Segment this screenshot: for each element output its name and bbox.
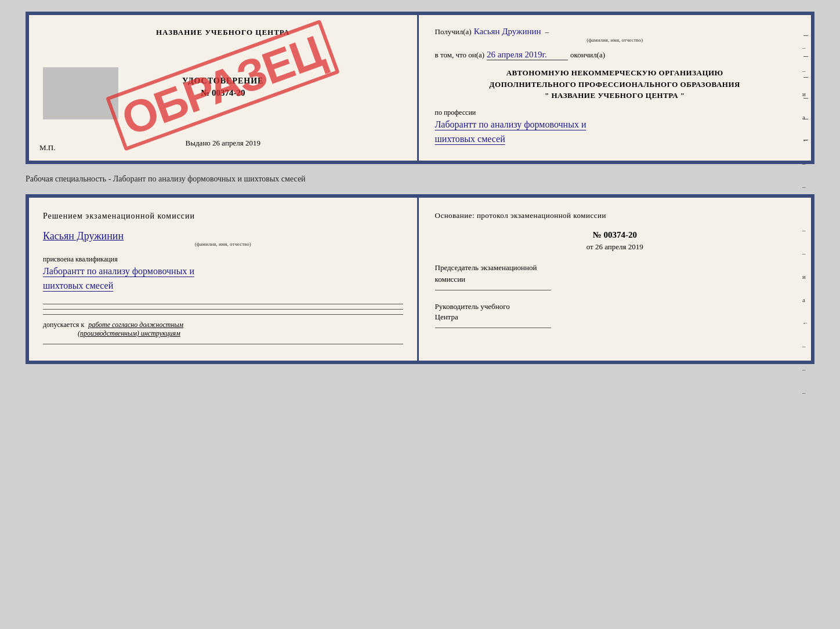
side-mark-dash3: – [802,160,809,167]
qual-line1: Лаборантт по анализу формовочных и [43,264,403,279]
date-group: в том, что он(а) 26 апреля 2019г. окончи… [435,49,795,61]
bside-mark-i: и [802,273,809,280]
date-value: 26 апреля 2019г. [487,50,568,60]
admission-value: работе согласно должностным [88,321,183,329]
org-block: АВТОНОМНУЮ НЕКОММЕРЧЕСКУЮ ОРГАНИЗАЦИЮ ДО… [435,67,795,101]
bside-mark-dash3: – [802,343,809,350]
profession-label: по профессии [435,108,795,117]
bottom-doc-left: Решением экзаменационной комиссии Касьян… [29,198,419,361]
received-label: Получил(а) [435,27,472,36]
chairman-label2: комиссии [435,275,795,284]
qualification-group: присвоена квалификация Лаборантт по анал… [43,255,403,293]
top-doc-left: НАЗВАНИЕ УЧЕБНОГО ЦЕНТРА УДОСТОВЕРЕНИЕ №… [29,15,419,161]
org-line1: АВТОНОМНУЮ НЕКОММЕРЧЕСКУЮ ОРГАНИЗАЦИЮ [435,67,795,79]
side-mark-dash1: – [802,44,809,51]
chairman-label: Председатель экзаменационной [435,263,795,272]
director-blank [435,328,551,328]
protocol-date-prefix: от [586,242,593,251]
blank-line-1 [43,304,403,304]
protocol-date-group: от 26 апреля 2019 [435,242,795,252]
qualification-label: присвоена квалификация [43,255,403,264]
bottom-right-side-labels: – – и а ← – – – [802,227,809,396]
top-document: НАЗВАНИЕ УЧЕБНОГО ЦЕНТРА УДОСТОВЕРЕНИЕ №… [26,12,814,164]
photo-placeholder [43,67,118,119]
qual-line2: шихтовых смесей [43,278,403,293]
date-prefix: в том, что он(а) [435,50,485,59]
bottom-document: Решением экзаменационной комиссии Касьян… [26,194,814,364]
profession-line2: шихтовых смесей [435,132,795,147]
director-label: Руководитель учебного [435,302,795,311]
bside-mark-dash4: – [802,366,809,373]
profession-group: по профессии Лаборантт по анализу формов… [435,108,795,147]
mp-label: М.П. [39,143,55,152]
bside-mark-dash5: – [802,389,809,396]
edge-dash-1 [803,35,808,36]
protocol-number: № 00374-20 [435,230,795,240]
side-mark-dash2: – [802,67,809,74]
side-mark-arrow: ← [802,137,809,144]
cert-number: № 00374-20 [201,88,245,98]
profession-line1: Лаборантт по анализу формовочных и [435,117,795,132]
chairman-blank [435,290,551,290]
side-mark-dash4: – [802,183,809,190]
basis-label: Основание: протокол экзаменационной коми… [435,209,795,222]
bside-mark-a: а [802,296,809,303]
top-doc-right: Получил(а) Касьян Дружинин – (фамилия, и… [419,15,812,161]
bside-mark-arrow: ← [802,319,809,326]
received-group: Получил(а) Касьян Дружинин – (фамилия, и… [435,26,795,43]
blank-line-3 [43,314,403,315]
blank-line-4 [43,344,403,344]
dash-sep: – [544,27,549,36]
side-mark-i: и [802,90,809,97]
bottom-name-subline: (фамилия, имя, отчество) [43,241,403,247]
cert-label: УДОСТОВЕРЕНИЕ [182,77,263,86]
right-side-labels: – – и а ← – – [802,44,809,190]
org-line3: " НАЗВАНИЕ УЧЕБНОГО ЦЕНТРА " [435,90,795,101]
protocol-date-value: 26 апреля 2019 [595,242,643,251]
admission-group: допускается к работе согласно должностны… [43,321,403,338]
director-label2: Центра [435,312,795,322]
recipient-subline: (фамилия, имя, отчество) [435,37,795,43]
recipient-name: Касьян Дружинин [474,27,541,36]
commission-text: Решением экзаменационной комиссии [43,209,403,223]
date-suffix: окончил(а) [570,50,605,59]
side-mark-a: а [802,114,809,121]
admission-label: допускается к [43,321,84,329]
blank-line-2 [43,309,403,310]
bottom-name-group: Касьян Дружинин (фамилия, имя, отчество) [43,230,403,247]
caption: Рабочая специальность - Лаборант по анал… [26,172,814,186]
center-title: НАЗВАНИЕ УЧЕБНОГО ЦЕНТРА [156,28,290,37]
bside-mark-dash2: – [802,250,809,257]
bottom-name: Касьян Дружинин [43,230,124,242]
org-line2: ДОПОЛНИТЕЛЬНОГО ПРОФЕССИОНАЛЬНОГО ОБРАЗО… [435,79,795,90]
admission-value2: (производственным) инструкциям [78,329,180,337]
bottom-doc-right: Основание: протокол экзаменационной коми… [419,198,812,361]
cert-issued: Выдано 26 апреля 2019 [186,139,260,148]
bside-mark-dash1: – [802,227,809,234]
